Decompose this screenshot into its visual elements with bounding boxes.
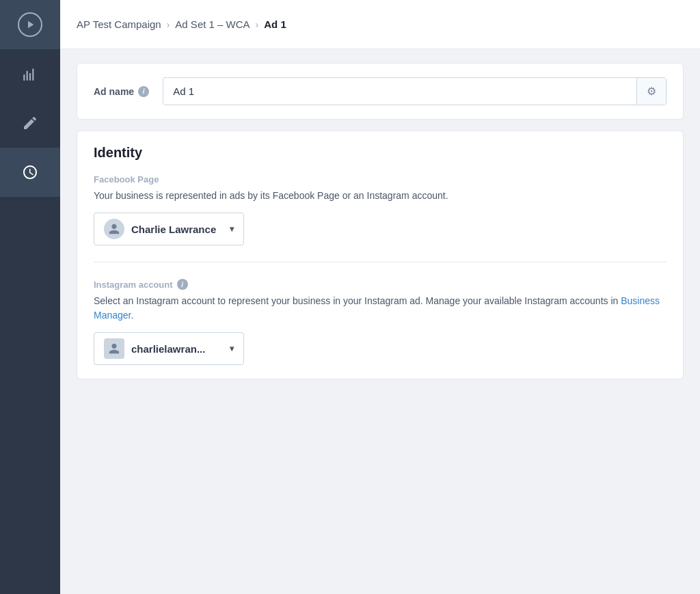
instagram-account-section: Instagram account i Select an Instagram … [94,262,667,365]
sidebar [0,0,60,594]
instagram-account-label: Instagram account i [94,279,667,290]
breadcrumb-sep-2: › [256,19,259,30]
instagram-account-dropdown[interactable]: charlielawran... ▾ [94,332,244,365]
instagram-account-selected: charlielawran... [131,343,205,355]
ad-name-input[interactable] [163,79,636,104]
ad-name-row: Ad name i ⚙ [94,77,667,105]
sidebar-item-clock[interactable] [0,148,60,197]
ad-name-input-wrapper: ⚙ [163,77,667,105]
instagram-account-chevron-icon: ▾ [230,344,234,353]
breadcrumb-campaign[interactable]: AP Test Campaign [77,18,161,30]
page-content: Ad name i ⚙ Identity Facebook Page You [60,49,700,594]
facebook-page-description: Your business is represented in ads by i… [94,189,667,203]
ad-name-info-icon[interactable]: i [138,86,149,97]
ad-name-gear-button[interactable]: ⚙ [636,78,666,105]
chart-icon [21,65,39,83]
sidebar-item-edit[interactable] [0,98,60,148]
facebook-page-chevron-icon: ▾ [230,224,234,234]
ad-name-card: Ad name i ⚙ [77,63,684,120]
sidebar-item-chart[interactable] [0,49,60,98]
facebook-page-section: Facebook Page Your business is represent… [94,174,667,245]
clock-icon [22,164,38,180]
breadcrumb-sep-1: › [167,19,170,30]
breadcrumb: AP Test Campaign › Ad Set 1 – WCA › Ad 1 [77,18,286,30]
main-content: AP Test Campaign › Ad Set 1 – WCA › Ad 1… [60,0,700,594]
breadcrumb-ad: Ad 1 [264,18,286,30]
gear-icon: ⚙ [647,85,656,98]
sidebar-item-play[interactable] [0,0,60,49]
breadcrumb-adset[interactable]: Ad Set 1 – WCA [175,18,250,30]
edit-icon [22,115,38,131]
facebook-page-avatar [104,219,124,239]
topbar: AP Test Campaign › Ad Set 1 – WCA › Ad 1 [60,0,700,49]
facebook-page-selected: Charlie Lawrance [131,224,216,235]
ad-name-label: Ad name i [94,86,149,97]
facebook-page-dropdown[interactable]: Charlie Lawrance ▾ [94,213,244,245]
instagram-account-avatar [104,338,124,359]
identity-title: Identity [94,145,667,161]
facebook-page-label: Facebook Page [94,174,667,185]
identity-card: Identity Facebook Page Your business is … [77,131,684,379]
play-icon [18,12,42,37]
instagram-info-icon[interactable]: i [177,279,188,290]
instagram-account-description: Select an Instagram account to represent… [94,294,667,323]
